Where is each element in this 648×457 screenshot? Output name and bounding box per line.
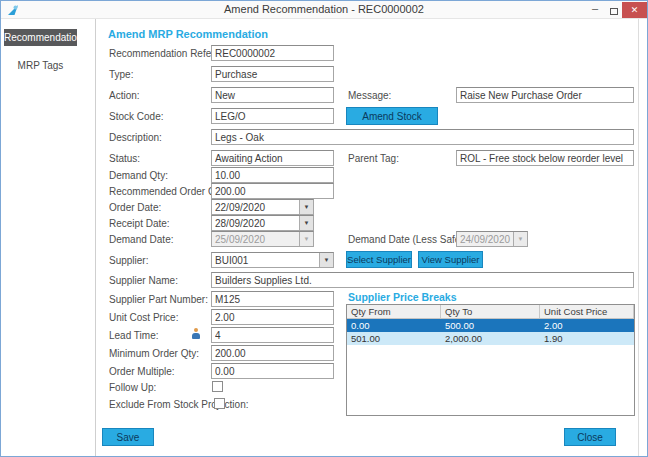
save-button[interactable]: Save: [102, 428, 154, 446]
chevron-down-icon[interactable]: ▼: [299, 200, 313, 214]
type-label: Type:: [109, 69, 133, 80]
description-input[interactable]: [211, 129, 634, 145]
status-label: Status:: [109, 153, 140, 164]
lead-time-label: Lead Time:: [109, 330, 158, 341]
supplier-name-label: Supplier Name:: [109, 275, 178, 286]
supplier-part-number-label: Supplier Part Number:: [109, 294, 208, 305]
exclude-from-stock-projection-checkbox[interactable]: [214, 398, 225, 409]
demand-date-value: 25/09/2020: [215, 234, 297, 245]
chevron-down-icon: ▼: [513, 232, 527, 246]
receipt-date-value: 28/09/2020: [215, 218, 297, 229]
demand-date-less-safety-picker: 24/09/2020 ▼: [456, 231, 528, 247]
view-supplier-button[interactable]: View Supplier: [418, 251, 483, 268]
close-icon: ✕: [631, 5, 639, 15]
lead-time-input[interactable]: [211, 327, 334, 343]
parent-tag-input[interactable]: [456, 150, 634, 166]
action-label: Action:: [109, 90, 140, 101]
unit-cost-price-input[interactable]: [211, 309, 334, 325]
supplier-value: BUI001: [215, 255, 317, 266]
sidebar-item-mrp-tags[interactable]: MRP Tags: [4, 57, 77, 74]
price-breaks-header-row: Qty From Qty To Unit Cost Price: [347, 305, 634, 319]
minimum-order-qty-input[interactable]: [211, 345, 334, 361]
supplier-name-input[interactable]: [211, 272, 634, 288]
close-window-button[interactable]: ✕: [622, 2, 647, 18]
cell-qty-to: 2,000.00: [441, 332, 540, 345]
receipt-date-picker[interactable]: 28/09/2020 ▼: [211, 215, 314, 231]
close-button[interactable]: Close: [564, 428, 616, 446]
cell-unit-cost-price: 1.90: [540, 332, 634, 345]
demand-date-less-safety-value: 24/09/2020: [460, 234, 511, 245]
order-date-picker[interactable]: 22/09/2020 ▼: [211, 199, 314, 215]
maximize-icon: [610, 8, 618, 15]
supplier-part-number-input[interactable]: [211, 291, 334, 307]
order-date-label: Order Date:: [109, 202, 161, 213]
type-input[interactable]: [211, 66, 334, 82]
page-title: Amend MRP Recommendation: [108, 28, 268, 40]
demand-qty-input[interactable]: [211, 167, 334, 183]
sidebar: Recommendation MRP Tags: [1, 19, 96, 456]
demand-date-label: Demand Date:: [109, 234, 173, 245]
recommended-order-qty-input[interactable]: [211, 183, 334, 199]
cell-qty-from: 501.00: [347, 332, 441, 345]
recommendation-reference-input[interactable]: [211, 45, 334, 61]
chevron-down-icon[interactable]: ▼: [299, 216, 313, 230]
message-label: Message:: [348, 90, 391, 101]
title-bar: Amend Recommendation - REC0000002 – ✕: [1, 1, 647, 19]
supplier-label: Supplier:: [109, 255, 148, 266]
column-header-unit-cost-price[interactable]: Unit Cost Price: [540, 305, 634, 318]
stock-code-input[interactable]: [211, 108, 334, 124]
column-header-qty-to[interactable]: Qty To: [441, 305, 540, 318]
cell-qty-to: 500.00: [441, 319, 540, 332]
table-row[interactable]: 0.00 500.00 2.00: [347, 319, 634, 332]
receipt-date-label: Receipt Date:: [109, 218, 170, 229]
order-multiple-input[interactable]: [211, 363, 334, 379]
demand-date-picker: 25/09/2020 ▼: [211, 231, 314, 247]
status-input[interactable]: [211, 150, 334, 166]
person-icon: [191, 328, 200, 339]
cell-unit-cost-price: 2.00: [540, 319, 634, 332]
description-label: Description:: [109, 132, 162, 143]
minimum-order-qty-label: Minimum Order Qty:: [109, 348, 199, 359]
follow-up-label: Follow Up:: [109, 382, 156, 393]
dialog-window: Amend Recommendation - REC0000002 – ✕ Re…: [0, 0, 648, 457]
action-input[interactable]: [211, 87, 334, 103]
parent-tag-label: Parent Tag:: [348, 153, 399, 164]
sidebar-item-recommendation[interactable]: Recommendation: [4, 29, 77, 46]
chevron-down-icon: ▼: [299, 232, 313, 246]
column-header-qty-from[interactable]: Qty From: [347, 305, 441, 318]
chevron-down-icon[interactable]: ▼: [319, 253, 333, 267]
demand-qty-label: Demand Qty:: [109, 170, 168, 181]
minimize-button[interactable]: –: [587, 1, 603, 18]
message-input[interactable]: [456, 87, 634, 103]
order-multiple-label: Order Multiple:: [109, 366, 175, 377]
right-panel-divider: [638, 19, 639, 456]
amend-stock-button[interactable]: Amend Stock: [346, 107, 438, 125]
follow-up-checkbox[interactable]: [212, 381, 223, 392]
order-date-value: 22/09/2020: [215, 202, 297, 213]
unit-cost-price-label: Unit Cost Price:: [109, 312, 178, 323]
recommended-order-qty-label: Recommended Order Qty:: [109, 186, 226, 197]
supplier-select[interactable]: BUI001 ▼: [211, 252, 334, 268]
select-supplier-button[interactable]: Select Supplier: [346, 251, 412, 268]
price-breaks-table: Qty From Qty To Unit Cost Price 0.00 500…: [346, 304, 635, 416]
exclude-from-stock-projection-label: Exclude From Stock Projection:: [109, 399, 249, 410]
stock-code-label: Stock Code:: [109, 111, 163, 122]
price-breaks-heading: Supplier Price Breaks: [348, 291, 457, 303]
window-title: Amend Recommendation - REC0000002: [1, 3, 647, 15]
table-row[interactable]: 501.00 2,000.00 1.90: [347, 332, 634, 345]
cell-qty-from: 0.00: [347, 319, 441, 332]
maximize-button[interactable]: [606, 1, 622, 18]
